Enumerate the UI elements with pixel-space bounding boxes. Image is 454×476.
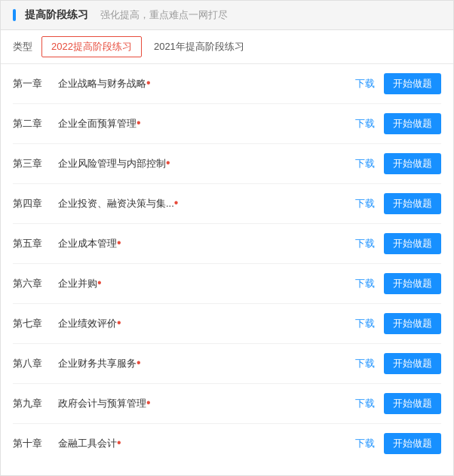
main-container: 提高阶段练习 强化提高，重点难点一网打尽 类型 2022提高阶段练习 2021年… xyxy=(0,0,454,476)
chapter-name: 政府会计与预算管理• xyxy=(58,397,151,410)
chapter-number: 第九章 xyxy=(13,397,52,410)
chapter-name: 金融工具会计• xyxy=(58,437,121,450)
start-button[interactable]: 开始做题 xyxy=(384,233,441,254)
chapter-list: 第一章企业战略与财务战略•下载开始做题第二章企业全面预算管理•下载开始做题第三章… xyxy=(1,64,453,463)
chapter-dot: • xyxy=(146,396,151,409)
start-button[interactable]: 开始做题 xyxy=(384,273,441,294)
download-link[interactable]: 下载 xyxy=(355,397,375,410)
chapter-number: 第五章 xyxy=(13,237,52,250)
section-title: 提高阶段练习 xyxy=(25,8,88,22)
chapter-number: 第二章 xyxy=(13,117,52,131)
tab-2021[interactable]: 2021年提高阶段练习 xyxy=(145,37,253,57)
section-subtitle: 强化提高，重点难点一网打尽 xyxy=(100,8,228,22)
start-button[interactable]: 开始做题 xyxy=(384,393,441,414)
table-row: 第六章企业并购•下载开始做题 xyxy=(13,264,441,304)
chapter-name: 企业成本管理• xyxy=(58,237,121,250)
chapter-dot: • xyxy=(117,316,121,329)
header-accent-bar xyxy=(13,9,16,21)
download-link[interactable]: 下载 xyxy=(355,237,375,250)
chapter-number: 第八章 xyxy=(13,357,52,370)
table-row: 第二章企业全面预算管理•下载开始做题 xyxy=(13,104,441,144)
download-link[interactable]: 下载 xyxy=(355,277,375,290)
chapter-dot: • xyxy=(137,116,141,129)
chapter-number: 第一章 xyxy=(13,77,52,91)
download-link[interactable]: 下载 xyxy=(355,117,375,131)
chapter-number: 第六章 xyxy=(13,277,52,290)
table-row: 第三章企业风险管理与内部控制•下载开始做题 xyxy=(13,144,441,184)
chapter-number: 第三章 xyxy=(13,157,52,170)
table-row: 第八章企业财务共享服务•下载开始做题 xyxy=(13,344,441,384)
start-button[interactable]: 开始做题 xyxy=(384,193,441,214)
start-button[interactable]: 开始做题 xyxy=(384,313,441,334)
chapter-number: 第十章 xyxy=(13,437,52,450)
chapter-name: 企业并购• xyxy=(58,277,102,290)
chapter-name: 企业战略与财务战略• xyxy=(58,77,151,91)
tabs-label: 类型 xyxy=(13,40,32,54)
chapter-number: 第四章 xyxy=(13,197,52,210)
chapter-dot: • xyxy=(117,436,121,449)
chapter-name: 企业风险管理与内部控制• xyxy=(58,157,170,170)
chapter-dot: • xyxy=(117,236,121,249)
download-link[interactable]: 下载 xyxy=(355,437,375,450)
chapter-dot: • xyxy=(166,156,170,169)
chapter-dot: • xyxy=(174,196,179,209)
chapter-dot: • xyxy=(146,76,151,89)
table-row: 第一章企业战略与财务战略•下载开始做题 xyxy=(13,64,441,104)
download-link[interactable]: 下载 xyxy=(355,357,375,370)
chapter-name: 企业财务共享服务• xyxy=(58,357,141,370)
table-row: 第七章企业绩效评价•下载开始做题 xyxy=(13,304,441,344)
start-button[interactable]: 开始做题 xyxy=(384,73,441,94)
table-row: 第四章企业投资、融资决策与集...•下载开始做题 xyxy=(13,184,441,224)
tabs-row: 类型 2022提高阶段练习 2021年提高阶段练习 xyxy=(1,30,453,64)
section-header: 提高阶段练习 强化提高，重点难点一网打尽 xyxy=(1,1,453,30)
chapter-dot: • xyxy=(137,356,141,369)
chapter-name: 企业投资、融资决策与集...• xyxy=(58,197,178,210)
start-button[interactable]: 开始做题 xyxy=(384,153,441,174)
chapter-number: 第七章 xyxy=(13,317,52,330)
start-button[interactable]: 开始做题 xyxy=(384,353,441,374)
chapter-name: 企业全面预算管理• xyxy=(58,117,141,131)
tab-2022[interactable]: 2022提高阶段练习 xyxy=(41,36,142,57)
start-button[interactable]: 开始做题 xyxy=(384,433,441,454)
download-link[interactable]: 下载 xyxy=(355,157,375,170)
chapter-dot: • xyxy=(97,276,102,289)
download-link[interactable]: 下载 xyxy=(355,317,375,330)
table-row: 第十章金融工具会计•下载开始做题 xyxy=(13,424,441,463)
start-button[interactable]: 开始做题 xyxy=(384,113,441,134)
chapter-name: 企业绩效评价• xyxy=(58,317,121,330)
table-row: 第五章企业成本管理•下载开始做题 xyxy=(13,224,441,264)
table-row: 第九章政府会计与预算管理•下载开始做题 xyxy=(13,384,441,424)
download-link[interactable]: 下载 xyxy=(355,77,375,91)
download-link[interactable]: 下载 xyxy=(355,197,375,210)
